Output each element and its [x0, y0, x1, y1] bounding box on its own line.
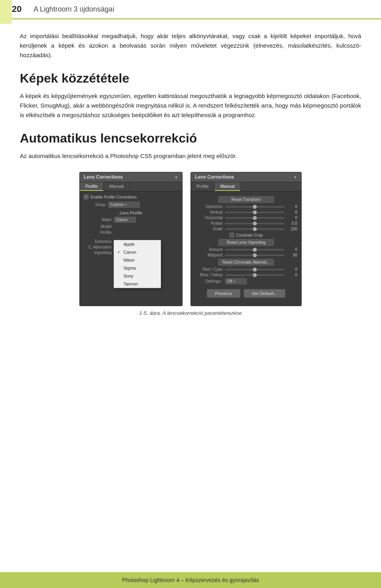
- horizontal-slider-row: Horizontal 0: [195, 216, 297, 220]
- distortion-stub-label: Distortion: [84, 239, 112, 244]
- previous-button[interactable]: Previous: [207, 289, 241, 298]
- constrain-checkbox[interactable]: [229, 233, 234, 237]
- reset-aberration-btn[interactable]: Reset Chromatic Aberrati...: [218, 259, 274, 266]
- enable-checkbox-row: ✓ Enable Profile Corrections: [84, 195, 178, 199]
- section1-body: A képek és képgyűjtemények egyszerűen, e…: [20, 91, 361, 120]
- horizontal-slider-value: 0: [286, 216, 297, 220]
- reset-vignetting-btn[interactable]: Reset Lens Vignetting: [218, 239, 274, 246]
- page-header: 20 A Lightroom 3 újdonságai: [0, 0, 381, 19]
- distortion-slider-label: Distortion: [195, 204, 223, 209]
- rotate-slider-value: 0,0: [286, 221, 297, 226]
- aberration-stub-label: C. Aberration: [84, 245, 112, 249]
- lens-profile-divider: Lens Profile: [84, 211, 178, 215]
- section2-heading: Automatikus lencsekorrekció: [20, 131, 361, 146]
- vertical-slider-row: Vertical 0: [195, 210, 297, 214]
- enable-label: Enable Profile Corrections: [90, 195, 137, 199]
- profile-row: Profile: [84, 230, 178, 235]
- distortion-slider-value: 0: [286, 204, 297, 209]
- scale-slider-value: 100: [286, 227, 297, 231]
- defringe-value[interactable]: Off ÷: [225, 278, 247, 284]
- defringe-row: Defringe : Off ÷: [195, 278, 297, 284]
- scale-slider-row: Scale 100: [195, 227, 297, 231]
- red-cyan-slider-track[interactable]: [225, 269, 285, 270]
- blue-yellow-slider-track[interactable]: [225, 274, 285, 276]
- rotate-slider-track[interactable]: [225, 223, 285, 224]
- vertical-slider-value: 0: [286, 210, 297, 214]
- left-panel-title: Lens Corrections: [84, 174, 123, 180]
- amount-slider-row: Amount 0: [195, 247, 297, 252]
- page-number: 20: [12, 4, 21, 14]
- amount-slider-thumb: [253, 248, 257, 252]
- screenshots-row: Lens Corrections ▼ Profile Manual ✓ Enab…: [20, 172, 361, 306]
- left-panel-arrow: ▼: [174, 175, 178, 179]
- enable-checkbox[interactable]: ✓: [84, 195, 89, 199]
- vertical-slider-thumb: [253, 210, 257, 214]
- right-panel-header: Lens Corrections ▼: [191, 172, 301, 182]
- midpoint-slider-thumb: [253, 253, 257, 257]
- constrain-row: Constrain Crop: [195, 233, 297, 237]
- dropdown-item-sony[interactable]: Sony: [114, 272, 161, 280]
- model-row: Model: [84, 224, 178, 229]
- red-cyan-slider-row: Red / Cyan 0: [195, 267, 297, 272]
- blue-yellow-slider-value: 0: [286, 273, 297, 277]
- make-row: Make Canon: [84, 217, 178, 223]
- scale-slider-thumb: [253, 227, 257, 231]
- amount-slider-value: 0: [286, 247, 297, 252]
- dropdown-item-nikon[interactable]: Nikon: [114, 256, 161, 264]
- content-area: Az importálási beállításokkal megadhatju…: [0, 19, 381, 332]
- distortion-slider-thumb: [253, 205, 257, 209]
- left-tab-profile[interactable]: Profile: [80, 182, 104, 191]
- make-dropdown[interactable]: Apple Canon Nikon Sigma Sony Tamron: [114, 240, 161, 288]
- rotate-slider-thumb: [253, 222, 257, 226]
- left-panel-tabs: Profile Manual: [80, 182, 182, 191]
- red-cyan-slider-thumb: [253, 268, 257, 272]
- rotate-slider-label: Rotate: [195, 221, 223, 226]
- defringe-label: Defringe :: [195, 279, 223, 283]
- make-label: Make: [84, 218, 112, 222]
- section2-body: Az automatikus lencsekorrekció a Photosh…: [20, 151, 361, 161]
- midpoint-slider-track[interactable]: [225, 254, 285, 256]
- figure-caption: 1-5. ábra. A lencsekorrekció paraméterez…: [20, 310, 361, 316]
- vertical-slider-label: Vertical: [195, 210, 223, 214]
- dropdown-item-tamron[interactable]: Tamron: [114, 280, 161, 288]
- left-tab-manual[interactable]: Manual: [104, 182, 129, 191]
- right-lens-panel: Lens Corrections ▼ Profile Manual Reset …: [190, 172, 302, 306]
- horizontal-slider-thumb: [253, 216, 257, 220]
- left-lens-panel: Lens Corrections ▼ Profile Manual ✓ Enab…: [79, 172, 183, 306]
- horizontal-slider-track[interactable]: [225, 217, 285, 219]
- scale-slider-track[interactable]: [225, 228, 285, 230]
- distortion-slider-row: Distortion 0: [195, 204, 297, 209]
- rotate-slider-row: Rotate 0,0: [195, 221, 297, 226]
- midpoint-slider-row: Midpoint 50: [195, 253, 297, 257]
- profile-label: Profile: [84, 230, 112, 235]
- dropdown-item-sigma[interactable]: Sigma: [114, 264, 161, 272]
- page-footer: Photoshop Lightroom 4 – Képszervezés és …: [0, 572, 381, 588]
- blue-yellow-slider-label: Blue / Yellow: [195, 273, 223, 277]
- red-cyan-slider-label: Red / Cyan: [195, 267, 223, 272]
- setup-value[interactable]: Custom ÷: [108, 202, 140, 208]
- amount-slider-label: Amount: [195, 247, 223, 252]
- amount-slider-track[interactable]: [225, 249, 285, 251]
- page-title: A Lightroom 3 újdonságai: [33, 5, 114, 13]
- section1-heading: Képek közzététele: [20, 71, 361, 86]
- distortion-slider-track[interactable]: [225, 206, 285, 208]
- horizontal-slider-label: Horizontal: [195, 216, 223, 220]
- set-default-button[interactable]: Set Default...: [244, 289, 286, 298]
- vertical-slider-track[interactable]: [225, 212, 285, 213]
- make-value[interactable]: Canon: [114, 217, 136, 223]
- right-panel-title: Lens Corrections: [195, 174, 234, 180]
- right-panel-tabs: Profile Manual: [191, 182, 301, 191]
- blue-yellow-slider-row: Blue / Yellow 0: [195, 273, 297, 277]
- right-tab-profile[interactable]: Profile: [191, 182, 215, 191]
- model-label: Model: [84, 224, 112, 229]
- dropdown-item-apple[interactable]: Apple: [114, 240, 161, 248]
- bottom-buttons: Previous Set Default...: [195, 286, 297, 299]
- midpoint-slider-label: Midpoint: [195, 253, 223, 257]
- dropdown-item-canon[interactable]: Canon: [114, 248, 161, 256]
- blue-yellow-slider-thumb: [253, 273, 257, 277]
- vignetting-stub-label: Vignetting: [84, 251, 112, 255]
- constrain-label: Constrain Crop: [236, 233, 263, 237]
- setup-row: Setup Custom ÷: [84, 202, 178, 208]
- right-tab-manual[interactable]: Manual: [215, 182, 241, 191]
- reset-transform-btn[interactable]: Reset Transform: [218, 196, 274, 203]
